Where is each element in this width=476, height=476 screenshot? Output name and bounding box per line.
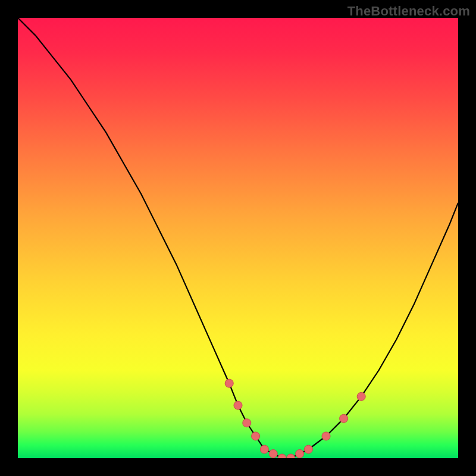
curve-line bbox=[18, 18, 458, 458]
curve-marker bbox=[243, 419, 251, 427]
curve-marker bbox=[296, 450, 304, 458]
curve-marker bbox=[322, 432, 330, 440]
curve-marker bbox=[234, 401, 242, 409]
curve-marker bbox=[225, 379, 233, 387]
curve-marker bbox=[357, 392, 365, 400]
watermark-text: TheBottleneck.com bbox=[347, 4, 470, 19]
curve-markers bbox=[225, 379, 365, 458]
curve-marker bbox=[269, 450, 277, 458]
curve-marker bbox=[304, 445, 312, 453]
curve-marker bbox=[340, 414, 348, 422]
curve-marker bbox=[287, 454, 295, 458]
curve-marker bbox=[278, 454, 286, 458]
bottleneck-curve-plot bbox=[18, 18, 458, 458]
curve-marker bbox=[260, 445, 268, 453]
curve-marker bbox=[252, 432, 260, 440]
